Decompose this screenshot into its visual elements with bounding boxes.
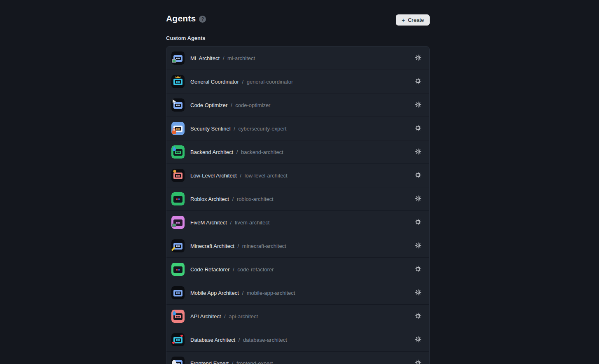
agent-settings-button[interactable] (415, 102, 421, 108)
page-header: Agents ? + Create (166, 14, 430, 26)
agent-avatar-icon (171, 286, 185, 299)
agent-slug: frontend-expert (236, 360, 273, 364)
agent-name: General Coordinator (190, 79, 239, 85)
gear-icon (415, 172, 421, 180)
help-icon[interactable]: ? (199, 16, 206, 23)
agent-row[interactable]: General Coordinator / general-coordinato… (166, 70, 429, 93)
agent-avatar-icon (171, 75, 185, 88)
gear-icon (415, 54, 421, 62)
agent-name-separator: / (230, 219, 232, 226)
agent-name-separator: / (232, 360, 234, 364)
agent-row[interactable]: API Architect / api-architect (166, 304, 429, 328)
agent-name-separator: / (224, 313, 226, 320)
agent-row[interactable]: Minecraft Architect / minecraft-architec… (166, 234, 429, 257)
agent-slug: roblox-architect (237, 196, 274, 202)
agent-name: Roblox Architect (190, 196, 229, 202)
agent-settings-button[interactable] (415, 125, 421, 132)
agent-avatar-icon (171, 145, 185, 159)
agent-settings-button[interactable] (415, 266, 421, 273)
agent-row[interactable]: Code Optimizer / code-optimizer (166, 93, 429, 117)
agent-avatar-icon (171, 98, 185, 112)
agent-row[interactable]: Code Refactorer / code-refactorer (166, 257, 429, 281)
agent-name-separator: / (234, 126, 235, 132)
agent-row[interactable]: Mobile App Architect / mobile-app-archit… (166, 281, 429, 304)
agent-name-separator: / (232, 196, 234, 202)
agent-row[interactable]: Frontend Expert / frontend-expert (166, 351, 429, 364)
agent-avatar-icon (171, 192, 185, 205)
agent-row[interactable]: Roblox Architect / roblox-architect (166, 187, 429, 210)
gear-icon (415, 148, 421, 156)
agent-name: Code Refactorer (190, 266, 229, 273)
agent-avatar-icon (171, 122, 185, 135)
agent-avatar-icon (171, 216, 185, 229)
section-label-custom-agents: Custom Agents (166, 35, 430, 41)
agent-name-separator: / (242, 79, 243, 85)
agent-name: Low-Level Architect (190, 173, 237, 179)
agent-slug: ml-architect (227, 55, 255, 61)
agent-settings-button[interactable] (415, 55, 421, 61)
agents-page: Agents ? + Create Custom Agents ML Archi… (166, 14, 430, 364)
agent-name-separator: / (239, 337, 240, 343)
agent-settings-button[interactable] (415, 78, 421, 85)
gear-icon (415, 125, 421, 133)
agent-row[interactable]: Low-Level Architect / low-level-architec… (166, 163, 429, 187)
agent-row[interactable]: ML Architect / ml-architect (166, 47, 429, 70)
agent-name: Mobile App Architect (190, 290, 239, 296)
gear-icon (415, 313, 421, 320)
agent-name: Database Architect (190, 337, 235, 343)
agent-avatar-icon (171, 357, 185, 364)
agent-settings-button[interactable] (415, 149, 421, 155)
agent-name-separator: / (240, 173, 241, 179)
gear-icon (415, 336, 421, 344)
agent-settings-button[interactable] (415, 289, 421, 296)
page-title: Agents (166, 14, 196, 23)
agent-avatar-icon (171, 239, 185, 252)
agent-slug: minecraft-architect (242, 243, 286, 249)
agent-slug: general-coordinator (247, 79, 293, 85)
gear-icon (415, 266, 421, 273)
agent-settings-button[interactable] (415, 172, 421, 179)
gear-icon (415, 359, 421, 364)
agent-name: Backend Architect (190, 149, 233, 155)
agent-avatar-icon (171, 169, 185, 182)
agent-name: ML Architect (190, 55, 220, 61)
gear-icon (415, 78, 421, 86)
agent-slug: database-architect (243, 337, 287, 343)
agent-slug: backend-architect (241, 149, 283, 155)
agent-name-separator: / (233, 266, 234, 273)
gear-icon (415, 219, 421, 226)
agent-slug: mobile-app-architect (247, 290, 295, 296)
gear-icon (415, 242, 421, 250)
agent-avatar-icon (171, 51, 185, 65)
gear-icon (415, 101, 421, 109)
agent-name: API Architect (190, 313, 221, 320)
agent-name-separator: / (223, 55, 225, 61)
gear-icon (415, 289, 421, 297)
agent-settings-button[interactable] (415, 243, 421, 249)
agent-settings-button[interactable] (415, 313, 421, 320)
agent-name: Security Sentinel (190, 126, 231, 132)
agent-slug: fivem-architect (235, 219, 270, 226)
plus-icon: + (402, 17, 405, 23)
agent-name: Minecraft Architect (190, 243, 234, 249)
agent-slug: code-optimizer (235, 102, 270, 108)
agent-slug: api-architect (229, 313, 258, 320)
agent-row[interactable]: FiveM Architect / fivem-architect (166, 210, 429, 234)
agent-settings-button[interactable] (415, 336, 421, 343)
agent-slug: code-refactorer (237, 266, 274, 273)
gear-icon (415, 195, 421, 203)
create-button[interactable]: + Create (396, 14, 430, 26)
agent-row[interactable]: Security Sentinel / cybersecurity-expert (166, 117, 429, 140)
agent-avatar-icon (171, 310, 185, 323)
agent-name-separator: / (236, 149, 238, 155)
agent-name: Frontend Expert (190, 360, 229, 364)
agent-row[interactable]: Database Architect / database-architect (166, 328, 429, 351)
agent-name-separator: / (231, 102, 232, 108)
agent-name-separator: / (238, 243, 239, 249)
agent-settings-button[interactable] (415, 360, 421, 364)
create-button-label: Create (408, 17, 424, 23)
agent-settings-button[interactable] (415, 219, 421, 226)
agent-avatar-icon (171, 333, 185, 346)
agent-row[interactable]: Backend Architect / backend-architect (166, 140, 429, 163)
agent-settings-button[interactable] (415, 196, 421, 202)
